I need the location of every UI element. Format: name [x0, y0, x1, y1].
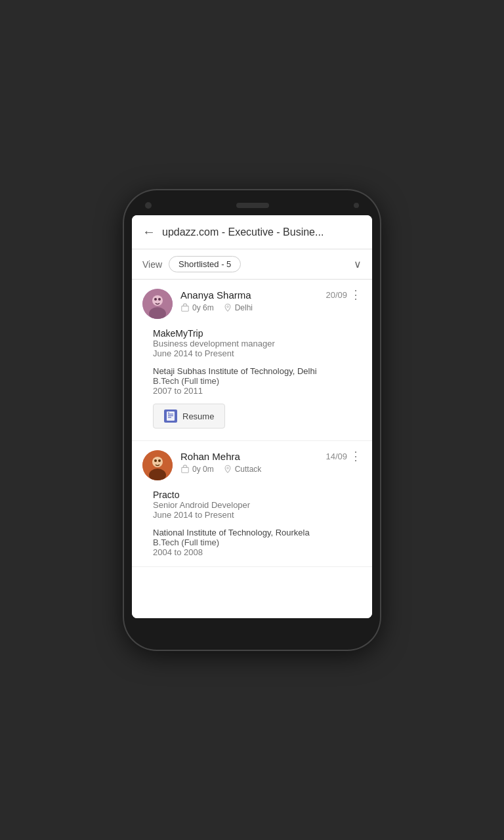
page-title: updazz.com - Executive - Busine...	[162, 226, 324, 238]
resume-label-ananya: Resume	[182, 411, 214, 421]
experience-text-rohan: 0y 0m	[192, 465, 214, 474]
candidate-name-ananya: Ananya Sharma	[180, 289, 251, 301]
svg-point-18	[226, 467, 228, 469]
shortlisted-filter[interactable]: Shortlisted - 5	[169, 256, 241, 272]
institute-ananya: Netaji Subhas Institute of Technology, D…	[153, 366, 351, 376]
edu-section-rohan: National Institute of Technology, Rourke…	[142, 520, 362, 557]
svg-rect-5	[182, 306, 189, 311]
avatar-ananya	[142, 289, 173, 319]
experience-rohan: 0y 0m	[180, 465, 214, 474]
date-menu-ananya: 20/09 ⋮	[326, 289, 362, 301]
meta-row-ananya: 0y 6m Delhi	[180, 303, 362, 312]
phone-top-bar	[132, 202, 372, 215]
svg-point-15	[154, 459, 157, 462]
svg-point-6	[226, 306, 228, 308]
degree-rohan: B.Tech (Full time)	[153, 537, 351, 547]
work-section-ananya: MakeMyTrip Business development manager …	[142, 322, 362, 358]
date-menu-rohan: 14/09 ⋮	[326, 450, 362, 462]
date-ananya: 20/09	[326, 290, 347, 300]
edu-years-ananya: 2007 to 2011	[153, 386, 351, 396]
speaker-grill	[236, 203, 269, 208]
navigation-header: ← updazz.com - Executive - Busine...	[132, 215, 372, 249]
duration-rohan: June 2014 to Present	[153, 510, 351, 520]
svg-point-3	[154, 298, 157, 301]
duration-ananya: June 2014 to Present	[153, 348, 351, 358]
candidate-info-rohan: Rohan Mehra 14/09 ⋮	[180, 450, 362, 474]
experience-text-ananya: 0y 6m	[192, 303, 214, 312]
svg-point-11	[168, 412, 169, 413]
role-ananya: Business development manager	[153, 339, 351, 348]
sensor	[354, 203, 359, 208]
location-text-rohan: Cuttack	[235, 465, 262, 474]
candidates-list: Ananya Sharma 20/09 ⋮	[132, 280, 372, 618]
company-ananya: MakeMyTrip	[153, 328, 351, 339]
location-text-ananya: Delhi	[235, 303, 253, 312]
location-ananya: Delhi	[223, 303, 253, 312]
svg-point-16	[158, 459, 161, 462]
role-rohan: Senior Android Developer	[153, 500, 351, 510]
date-rohan: 14/09	[326, 452, 347, 461]
back-button[interactable]: ←	[142, 224, 156, 240]
filter-bar: View Shortlisted - 5 ∨	[132, 249, 372, 280]
more-options-ananya[interactable]: ⋮	[350, 289, 362, 301]
company-rohan: Practo	[153, 490, 351, 500]
degree-ananya: B.Tech (Full time)	[153, 376, 351, 386]
candidate-card-ananya: Ananya Sharma 20/09 ⋮	[132, 280, 372, 441]
name-row-rohan: Rohan Mehra 14/09 ⋮	[180, 450, 362, 462]
edu-section-ananya: Netaji Subhas Institute of Technology, D…	[142, 358, 362, 396]
candidate-name-rohan: Rohan Mehra	[180, 451, 240, 462]
experience-ananya: 0y 6m	[180, 303, 214, 312]
edu-years-rohan: 2004 to 2008	[153, 547, 351, 557]
location-rohan: Cuttack	[223, 465, 262, 474]
more-options-rohan[interactable]: ⋮	[350, 450, 362, 462]
resume-button-ananya[interactable]: Resume	[153, 404, 225, 429]
candidate-card-rohan: Rohan Mehra 14/09 ⋮	[132, 441, 372, 567]
name-row-ananya: Ananya Sharma 20/09 ⋮	[180, 289, 362, 301]
front-camera	[145, 202, 152, 209]
resume-area-ananya: Resume	[142, 396, 362, 431]
chevron-down-icon[interactable]: ∨	[354, 258, 362, 270]
view-label: View	[142, 259, 162, 270]
phone-frame: ← updazz.com - Executive - Busine... Vie…	[124, 190, 380, 650]
candidate-info-ananya: Ananya Sharma 20/09 ⋮	[180, 289, 362, 312]
avatar-rohan	[142, 450, 173, 480]
candidate-header-ananya: Ananya Sharma 20/09 ⋮	[142, 289, 362, 319]
candidate-header-rohan: Rohan Mehra 14/09 ⋮	[142, 450, 362, 480]
meta-row-rohan: 0y 0m Cuttack	[180, 465, 362, 474]
phone-screen: ← updazz.com - Executive - Busine... Vie…	[132, 215, 372, 618]
svg-point-4	[158, 298, 161, 301]
work-section-rohan: Practo Senior Android Developer June 201…	[142, 483, 362, 520]
svg-rect-17	[182, 467, 189, 472]
resume-icon-ananya	[164, 410, 177, 423]
institute-rohan: National Institute of Technology, Rourke…	[153, 528, 351, 537]
